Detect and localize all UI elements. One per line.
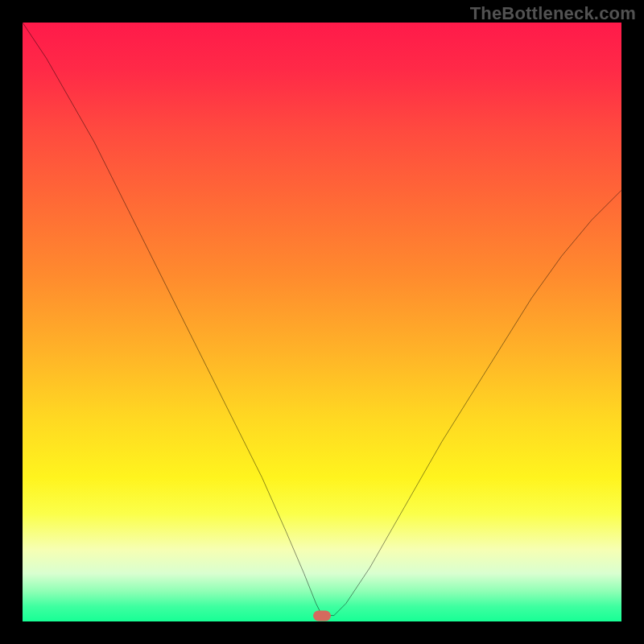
optimal-point-marker	[313, 610, 331, 621]
chart-frame: TheBottleneck.com	[0, 0, 644, 644]
plot-area	[23, 23, 621, 621]
watermark-label: TheBottleneck.com	[470, 3, 636, 24]
bottleneck-curve	[23, 23, 621, 621]
